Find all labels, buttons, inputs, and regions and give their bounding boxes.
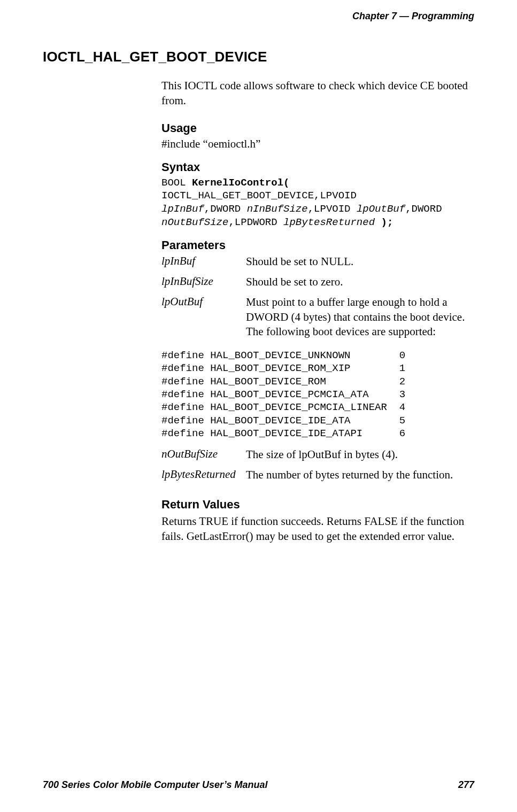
manual-title: 700 Series Color Mobile Computer User’s …	[43, 779, 267, 791]
param-name: nOutBufSize	[161, 447, 246, 468]
syntax-param4: nOutBufSize	[161, 216, 228, 228]
syntax-seg3: ,LPVOID	[308, 203, 357, 215]
intro-text: This IOCTL code allows software to check…	[161, 78, 474, 109]
syntax-param2: nInBufSize	[247, 203, 308, 215]
chapter-label: Chapter	[352, 11, 389, 21]
param-desc: The number of bytes returned by the func…	[246, 468, 453, 488]
return-values-heading: Return Values	[161, 498, 474, 512]
param-name: lpBytesReturned	[161, 468, 246, 488]
table-row: lpBytesReturned The number of bytes retu…	[161, 468, 453, 488]
usage-text: #include “oemioctl.h”	[161, 137, 474, 151]
param-desc: The size of lpOutBuf in bytes (4).	[246, 447, 453, 468]
param-name: lpInBuf	[161, 254, 246, 275]
chapter-title: Programming	[412, 11, 474, 21]
content-body: This IOCTL code allows software to check…	[161, 78, 474, 544]
syntax-seg2: ,DWORD	[204, 203, 247, 215]
syntax-heading: Syntax	[161, 160, 474, 174]
defines-block: #define HAL_BOOT_DEVICE_UNKNOWN 0 #defin…	[161, 349, 474, 440]
param-name: lpInBufSize	[161, 275, 246, 295]
table-row: nOutBufSize The size of lpOutBuf in byte…	[161, 447, 453, 468]
syntax-close: );	[375, 216, 393, 228]
syntax-func: KernelIoControl(	[192, 177, 289, 189]
syntax-param3: lpOutBuf	[357, 203, 405, 215]
parameters-table-2: nOutBufSize The size of lpOutBuf in byte…	[161, 447, 453, 488]
parameters-table-1: lpInBuf Should be set to NULL. lpInBufSi…	[161, 254, 474, 345]
return-values-text: Returns TRUE if function succeeds. Retur…	[161, 514, 474, 544]
param-desc: Should be set to zero.	[246, 275, 474, 295]
syntax-param5: lpBytesReturned	[283, 216, 375, 228]
page-header: Chapter 7 — Programming	[43, 11, 474, 22]
table-row: lpInBufSize Should be set to zero.	[161, 275, 474, 295]
syntax-seg5: ,LPDWORD	[228, 216, 283, 228]
table-row: lpOutBuf Must point to a buffer large en…	[161, 295, 474, 345]
page-number: 277	[458, 779, 474, 791]
header-separator: —	[399, 11, 409, 21]
chapter-number: 7	[391, 11, 397, 21]
table-row: lpInBuf Should be set to NULL.	[161, 254, 474, 275]
param-name: lpOutBuf	[161, 295, 246, 345]
param-desc: Should be set to NULL.	[246, 254, 474, 275]
syntax-prefix: BOOL	[161, 177, 192, 189]
syntax-param1: lpInBuf	[161, 203, 204, 215]
syntax-seg4: ,DWORD	[405, 203, 442, 215]
section-title: IOCTL_HAL_GET_BOOT_DEVICE	[43, 49, 474, 65]
param-desc: Must point to a buffer large enough to h…	[246, 295, 474, 345]
syntax-code: BOOL KernelIoControl( IOCTL_HAL_GET_BOOT…	[161, 176, 474, 229]
usage-heading: Usage	[161, 121, 474, 135]
parameters-heading: Parameters	[161, 238, 474, 252]
page-footer: 700 Series Color Mobile Computer User’s …	[43, 779, 474, 791]
